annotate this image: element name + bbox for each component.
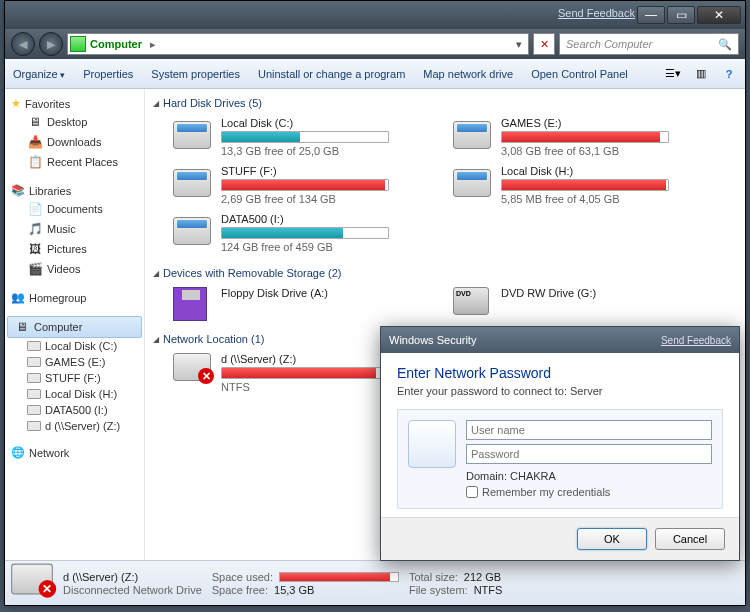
titlebar: Send Feedback — ▭ ✕ (5, 1, 745, 29)
statusbar-drive-icon (13, 565, 53, 601)
sidebar-item-desktop[interactable]: 🖥Desktop (5, 112, 144, 132)
close-button[interactable]: ✕ (697, 6, 741, 24)
sidebar-item-videos[interactable]: 🎬Videos (5, 259, 144, 279)
documents-icon: 📄 (27, 201, 43, 217)
computer-icon (14, 319, 30, 335)
user-tile-icon (408, 420, 456, 468)
drive-i[interactable]: DATA500 (I:) 124 GB free of 459 GB (173, 213, 433, 253)
videos-icon: 🎬 (27, 261, 43, 277)
homegroup-header[interactable]: 👥Homegroup (5, 289, 144, 306)
section-hdd[interactable]: Hard Disk Drives (5) (153, 93, 737, 113)
drive-h[interactable]: Local Disk (H:) 5,85 MB free of 4,05 GB (453, 165, 713, 205)
search-placeholder: Search Computer (566, 38, 652, 50)
username-input[interactable] (466, 420, 712, 440)
back-button[interactable]: ◀ (11, 32, 35, 56)
recent-icon: 📋 (27, 154, 43, 170)
dialog-titlebar: Windows Security Send Feedback (381, 327, 739, 353)
dialog-send-feedback[interactable]: Send Feedback (661, 335, 731, 346)
sidebar-drive-z[interactable]: d (\\Server) (Z:) (5, 418, 144, 434)
drive-f[interactable]: STUFF (F:) 2,69 GB free of 134 GB (173, 165, 433, 205)
sidebar-item-downloads[interactable]: 📥Downloads (5, 132, 144, 152)
network-header[interactable]: 🌐Network (5, 444, 144, 461)
drive-icon (27, 373, 41, 383)
address-text: Computer (90, 38, 142, 50)
drive-icon (27, 421, 41, 431)
address-dropdown[interactable]: ▾ (512, 38, 526, 51)
send-feedback-link[interactable]: Send Feedback (558, 7, 635, 19)
drive-c[interactable]: Local Disk (C:) 13,3 GB free of 25,0 GB (173, 117, 433, 157)
drive-icon (27, 389, 41, 399)
toolbar: Organize Properties System properties Un… (5, 59, 745, 89)
drive-icon (27, 341, 41, 351)
credentials-box: Domain: CHAKRA Remember my credentials (397, 409, 723, 509)
drive-a[interactable]: Floppy Disk Drive (A:) (173, 287, 433, 319)
credentials-dialog: Windows Security Send Feedback Enter Net… (380, 326, 740, 561)
downloads-icon: 📥 (27, 134, 43, 150)
preview-pane-icon[interactable]: ▥ (693, 66, 709, 82)
sidebar: ★Favorites 🖥Desktop 📥Downloads 📋Recent P… (5, 89, 145, 560)
dialog-title: Windows Security (389, 334, 476, 346)
drive-icon (27, 405, 41, 415)
organize-menu[interactable]: Organize (13, 68, 65, 80)
homegroup-icon: 👥 (11, 291, 25, 304)
search-icon: 🔍 (718, 38, 732, 51)
statusbar-type: Disconnected Network Drive (63, 584, 202, 596)
view-icon[interactable]: ☰▾ (665, 66, 681, 82)
minimize-button[interactable]: — (637, 6, 665, 24)
sidebar-item-recent[interactable]: 📋Recent Places (5, 152, 144, 172)
star-icon: ★ (11, 97, 21, 110)
sidebar-drive-h[interactable]: Local Disk (H:) (5, 386, 144, 402)
breadcrumb-arrow[interactable]: ▸ (146, 38, 160, 51)
drive-icon (27, 357, 41, 367)
domain-label: Domain: CHAKRA (466, 470, 712, 482)
dialog-subtext: Enter your password to connect to: Serve… (397, 385, 723, 397)
sidebar-drive-i[interactable]: DATA500 (I:) (5, 402, 144, 418)
libraries-icon: 📚 (11, 184, 25, 197)
remember-checkbox[interactable]: Remember my credentials (466, 486, 712, 498)
sidebar-item-computer[interactable]: Computer (7, 316, 142, 338)
navbar: ◀ ▶ Computer ▸ ▾ ✕ Search Computer 🔍 (5, 29, 745, 59)
password-input[interactable] (466, 444, 712, 464)
statusbar: d (\\Server) (Z:) Disconnected Network D… (5, 560, 745, 605)
sidebar-drive-f[interactable]: STUFF (F:) (5, 370, 144, 386)
sidebar-drive-c[interactable]: Local Disk (C:) (5, 338, 144, 354)
network-icon: 🌐 (11, 446, 25, 459)
computer-icon (70, 36, 86, 52)
maximize-button[interactable]: ▭ (667, 6, 695, 24)
pictures-icon: 🖼 (27, 241, 43, 257)
address-bar[interactable]: Computer ▸ ▾ (67, 33, 529, 55)
desktop-icon: 🖥 (27, 114, 43, 130)
sidebar-item-music[interactable]: 🎵Music (5, 219, 144, 239)
sidebar-item-documents[interactable]: 📄Documents (5, 199, 144, 219)
statusbar-name: d (\\Server) (Z:) (63, 571, 202, 583)
drive-e[interactable]: GAMES (E:) 3,08 GB free of 63,1 GB (453, 117, 713, 157)
uninstall-button[interactable]: Uninstall or change a program (258, 68, 405, 80)
help-icon[interactable]: ? (721, 66, 737, 82)
sidebar-item-pictures[interactable]: 🖼Pictures (5, 239, 144, 259)
map-drive-button[interactable]: Map network drive (423, 68, 513, 80)
stop-button[interactable]: ✕ (533, 33, 555, 55)
forward-button[interactable]: ▶ (39, 32, 63, 56)
dialog-heading: Enter Network Password (397, 365, 723, 381)
sidebar-drive-e[interactable]: GAMES (E:) (5, 354, 144, 370)
music-icon: 🎵 (27, 221, 43, 237)
libraries-header[interactable]: 📚Libraries (5, 182, 144, 199)
search-input[interactable]: Search Computer 🔍 (559, 33, 739, 55)
cancel-button[interactable]: Cancel (655, 528, 725, 550)
drive-g[interactable]: DVD RW Drive (G:) (453, 287, 713, 319)
properties-button[interactable]: Properties (83, 68, 133, 80)
section-removable[interactable]: Devices with Removable Storage (2) (153, 263, 737, 283)
ok-button[interactable]: OK (577, 528, 647, 550)
control-panel-button[interactable]: Open Control Panel (531, 68, 628, 80)
system-properties-button[interactable]: System properties (151, 68, 240, 80)
favorites-header[interactable]: ★Favorites (5, 95, 144, 112)
